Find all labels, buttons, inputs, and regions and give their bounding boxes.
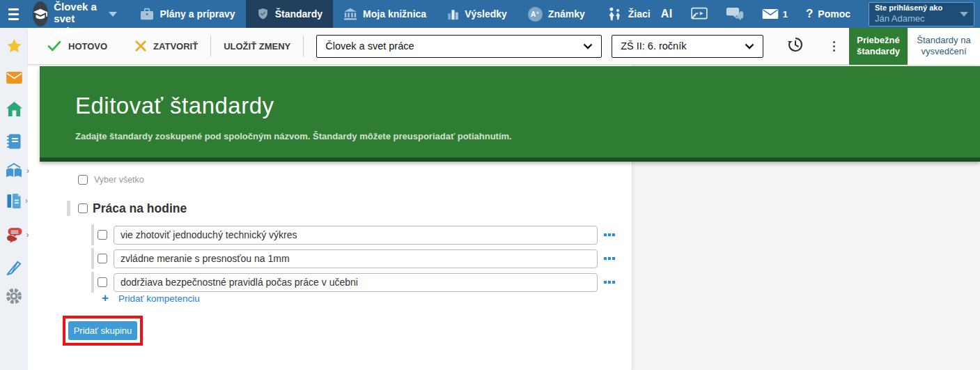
row-options-icon[interactable] — [604, 281, 616, 284]
nav-item-znamky[interactable]: A⁺ Známky — [518, 0, 596, 28]
nav-label: Moja knižnica — [363, 8, 426, 20]
select-all-label: Vyber všetko — [94, 175, 144, 185]
pen-icon[interactable] — [6, 259, 22, 275]
discussion-chat-icon[interactable]: › — [6, 227, 23, 242]
nav-item-kniznica[interactable]: Moja knižnica — [333, 0, 437, 28]
history-button[interactable] — [787, 36, 804, 56]
logged-in-caption: Ste prihlásený ako — [875, 3, 957, 13]
standard-input[interactable] — [114, 249, 598, 268]
page-subtitle: Zadajte štandardy zoskupené pod spoločný… — [75, 131, 980, 141]
chevron-down-icon — [109, 12, 117, 17]
row-options-icon[interactable] — [604, 233, 616, 236]
add-group-button[interactable]: Pridať skupinu — [68, 321, 137, 340]
submenu-chevron-icon: › — [25, 196, 28, 206]
tab-standardy-na-vysvedceni[interactable]: Štandardy na vysvedčení — [908, 28, 980, 65]
mail-count-badge: 1 — [783, 9, 788, 20]
nav-item-standardy[interactable]: Štandardy — [246, 0, 333, 28]
drag-handle[interactable] — [91, 224, 94, 245]
toolbar-divider — [303, 36, 304, 56]
standard-checkbox[interactable] — [98, 277, 107, 287]
standard-checkbox[interactable] — [98, 230, 107, 240]
group-checkbox[interactable] — [78, 203, 88, 213]
tab-priebezne-standardy[interactable]: Priebežné štandardy — [849, 28, 908, 65]
chevron-down-icon — [960, 12, 968, 17]
standard-input[interactable] — [114, 226, 598, 245]
screencast-icon[interactable] — [691, 7, 708, 21]
messages-envelope-icon[interactable] — [6, 70, 22, 85]
ai-button[interactable]: AI — [661, 8, 673, 20]
grade-badge-icon: A⁺ — [528, 7, 543, 22]
nav-label: Štandardy — [275, 8, 322, 20]
subject-name: Človek a svet práce — [54, 1, 100, 37]
topbar-right-cluster: AI 1 ? Pomoc Ste prihlásený ako Ján Adam… — [661, 2, 980, 26]
shield-check-icon — [256, 7, 270, 21]
check-icon — [47, 40, 61, 52]
select-all-checkbox[interactable] — [78, 175, 88, 185]
annotation-highlight-box: Pridať skupinu — [63, 316, 143, 346]
chevron-down-icon — [583, 43, 593, 49]
chat-icon[interactable] — [726, 7, 744, 22]
hero-banner: Editovať štandardy Zadajte štandardy zos… — [40, 66, 980, 162]
done-button[interactable]: HOTOVO — [47, 40, 107, 52]
nav-label: Známky — [548, 8, 585, 20]
class-selector[interactable]: 1.A Človek a svet práce — [33, 0, 117, 37]
bar-chart-icon — [447, 8, 459, 20]
nav-label: Žiaci — [628, 8, 651, 20]
standard-input[interactable] — [114, 273, 598, 292]
standard-checkbox[interactable] — [98, 254, 107, 263]
class-labels: 1.A Človek a svet práce — [54, 0, 100, 37]
envelope-icon — [762, 8, 779, 20]
graduation-cap-icon — [33, 1, 48, 26]
select-all-row: Vyber všetko — [78, 175, 144, 185]
user-name: Ján Adamec — [875, 13, 957, 24]
page-title: Editovať štandardy — [75, 93, 980, 119]
subject-select[interactable]: Človek a svet práce — [316, 35, 602, 58]
students-icon — [606, 7, 623, 21]
save-changes-button[interactable]: ULOŽIŤ ZMENY — [224, 41, 290, 52]
submenu-chevron-icon: › — [26, 166, 29, 176]
settings-gear-icon[interactable] — [6, 288, 22, 304]
standards-tabs: Priebežné štandardy Štandardy na vysvedč… — [849, 28, 980, 65]
drag-handle[interactable] — [91, 272, 94, 293]
plus-icon: + — [102, 291, 109, 305]
grade-select[interactable]: ZŠ II: 6. ročník — [612, 35, 763, 58]
library-book-icon[interactable]: › — [5, 163, 23, 178]
nav-label: Výsledky — [465, 8, 507, 20]
chevron-down-icon — [745, 43, 754, 49]
more-options-button[interactable] — [833, 40, 835, 52]
submenu-chevron-icon: › — [26, 230, 29, 240]
close-button[interactable]: ZATVORIŤ — [135, 40, 198, 52]
toolbar-divider — [210, 36, 211, 56]
documents-icon[interactable]: › — [6, 193, 22, 208]
standard-row — [91, 272, 616, 293]
main-nav: Plány a prípravy Štandardy Moja knižnica… — [130, 0, 660, 28]
row-options-icon[interactable] — [604, 257, 616, 260]
standard-row — [91, 248, 616, 269]
drag-handle[interactable] — [67, 201, 70, 216]
user-menu[interactable]: Ste prihlásený ako Ján Adamec — [869, 2, 974, 26]
history-icon — [787, 36, 804, 53]
help-button[interactable]: ? Pomoc — [806, 7, 850, 21]
standards-editor: Vyber všetko Práca na hodine + Pridať ko… — [28, 166, 632, 370]
nav-item-plany[interactable]: Plány a prípravy — [130, 0, 245, 28]
nav-item-vysledky[interactable]: Výsledky — [437, 0, 518, 28]
left-sidebar: › › › — [0, 28, 28, 370]
x-icon — [135, 40, 146, 52]
question-mark-icon: ? — [806, 7, 813, 21]
add-competence-link[interactable]: + Pridať kompetenciu — [102, 291, 200, 305]
mail-button[interactable]: 1 — [762, 8, 788, 20]
home-icon[interactable] — [6, 101, 22, 116]
top-navigation-bar: 1.A Človek a svet práce Plány a prípravy… — [0, 0, 980, 28]
bank-icon — [343, 8, 357, 20]
favorites-star-icon[interactable] — [6, 38, 22, 54]
drag-handle[interactable] — [91, 248, 94, 269]
briefcase-icon — [140, 8, 154, 20]
nav-label: Plány a prípravy — [160, 8, 235, 20]
group-title: Práca na hodine — [93, 201, 187, 216]
standard-row — [91, 224, 616, 245]
edit-toolbar: HOTOVO ZATVORIŤ ULOŽIŤ ZMENY Človek a sv… — [28, 28, 980, 65]
nav-item-ziaci[interactable]: Žiaci — [596, 0, 661, 28]
group-header-row: Práca na hodine — [67, 201, 187, 216]
notebook-icon[interactable] — [7, 134, 21, 149]
hamburger-menu-icon[interactable] — [8, 6, 19, 23]
